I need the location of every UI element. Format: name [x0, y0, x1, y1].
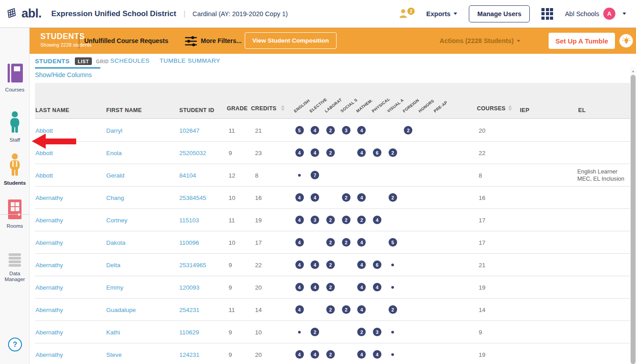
subject-badge: 4 [357, 193, 366, 202]
last-name-link[interactable]: Abernathy [35, 351, 63, 358]
student-id-link[interactable]: 102647 [179, 127, 199, 134]
first-name-link[interactable]: Dakota [106, 239, 125, 246]
column-header-last-name: LAST NAME [35, 107, 69, 113]
active-users-indicator[interactable]: 2 [399, 9, 415, 19]
subject-badge: 2 [389, 193, 397, 202]
grid-view-toggle[interactable]: GRID [96, 59, 108, 64]
help-button[interactable]: ? [8, 338, 22, 351]
avatar: A [603, 8, 615, 20]
subject-column-header[interactable]: HONORS [417, 99, 435, 113]
credits-cell: 14 [255, 306, 262, 313]
subject-column-header[interactable]: ENGLISH [293, 98, 311, 113]
grade-cell: 12 [229, 172, 235, 178]
set-up-a-tumble-button[interactable]: Set Up A Tumble [549, 33, 615, 49]
first-name-link[interactable]: Enola [106, 149, 122, 156]
table-row: AbbottGerald8410412878English LearnerMEC… [35, 164, 630, 186]
tab-students[interactable]: STUDENTS LIST GRID [35, 57, 109, 65]
first-name-link[interactable]: Chang [106, 194, 124, 201]
sidebar-item-data-manager[interactable]: Data Manager [0, 253, 30, 282]
credits-cell: 23 [255, 149, 262, 156]
actions-dropdown[interactable]: Actions (2228 Students) [440, 37, 520, 44]
last-name-link[interactable]: Abernathy [35, 261, 63, 268]
student-id-link[interactable]: 254231 [179, 306, 199, 313]
sidebar-item-students[interactable]: Students [0, 153, 30, 186]
chevron-down-icon [454, 13, 457, 15]
student-id-link[interactable]: 25205032 [179, 149, 206, 156]
last-name-link[interactable]: Abernathy [35, 329, 63, 335]
last-name-link[interactable]: Abbott [35, 172, 53, 178]
credits-sort-arrows[interactable] [281, 105, 285, 111]
first-name-link[interactable]: Cortney [106, 217, 127, 223]
student-id-link[interactable]: 115103 [179, 217, 199, 223]
chevron-down-icon [517, 40, 520, 42]
subject-badge: 4 [295, 350, 304, 359]
subject-badge: 4 [373, 350, 381, 359]
first-name-link[interactable]: Darryl [106, 127, 122, 134]
grade-cell: 9 [229, 149, 232, 156]
last-name-link[interactable]: Abernathy [35, 239, 63, 246]
manage-users-button[interactable]: Manage Users [469, 5, 530, 22]
subject-column-header[interactable]: SOCIAL S [340, 98, 358, 113]
first-name-link[interactable]: Gerald [106, 172, 125, 178]
scroll-up-arrow-icon[interactable]: ▲ [630, 67, 636, 75]
column-header-iep: IEP [520, 107, 529, 113]
first-name-link[interactable]: Kathi [106, 329, 120, 335]
lightbulb-icon[interactable] [619, 34, 633, 48]
more-filters-button[interactable]: More Filters... [201, 37, 242, 44]
account-menu[interactable]: Abl Schools A [565, 8, 626, 20]
active-tab-underline [35, 67, 100, 69]
abl-logo[interactable]: abl. [6, 6, 42, 22]
grade-cell: 10 [229, 239, 235, 246]
sidebar-item-courses[interactable]: Courses [0, 63, 30, 93]
show-hide-columns-link[interactable]: Show/Hide Columns [35, 71, 92, 78]
credits-cell: 8 [255, 172, 259, 178]
exports-dropdown[interactable]: Exports [426, 10, 457, 17]
subject-column-header[interactable]: FOREIGN [402, 98, 420, 113]
first-name-link[interactable]: Delta [106, 261, 121, 268]
last-name-link[interactable]: Abbott [35, 127, 53, 134]
student-id-link[interactable]: 25384545 [179, 194, 206, 201]
subject-badge: 4 [295, 238, 304, 247]
courses-cell: 17 [479, 217, 485, 223]
last-name-link[interactable]: Abbott [35, 149, 53, 156]
list-view-toggle[interactable]: LIST [75, 57, 92, 65]
apps-grid-icon[interactable] [541, 8, 553, 20]
student-icon [7, 170, 23, 178]
table-row: AbernathyKathi1106299102239 [35, 321, 630, 343]
subject-badge: 4 [311, 193, 319, 202]
student-id-link[interactable]: 25314965 [179, 261, 206, 268]
filter-sliders-icon[interactable] [185, 36, 197, 48]
subject-column-header[interactable]: MATHEM. [355, 98, 373, 113]
courses-cell: 20 [479, 127, 485, 134]
subject-dot [298, 331, 301, 334]
subject-column-header[interactable]: PRE-AP [433, 100, 448, 113]
student-id-link[interactable]: 110096 [179, 239, 199, 246]
student-id-link[interactable]: 110629 [179, 329, 199, 335]
credits-cell: 16 [255, 194, 262, 201]
vertical-scrollbar[interactable]: ▲ [630, 67, 636, 364]
last-name-link[interactable]: Abernathy [35, 194, 63, 201]
subject-badge: 7 [311, 171, 319, 179]
scrollbar-thumb[interactable] [631, 75, 636, 364]
view-student-composition-button[interactable]: View Student Composition [245, 32, 337, 49]
courses-cell: 17 [479, 239, 485, 246]
student-id-link[interactable]: 124231 [179, 351, 199, 358]
student-id-link[interactable]: 120093 [179, 284, 199, 290]
unfulfilled-course-requests-button[interactable]: Unfulfilled Course Requests [84, 37, 168, 44]
first-name-link[interactable]: Steve [106, 351, 122, 358]
last-name-link[interactable]: Abernathy [35, 306, 63, 313]
courses-sort-arrows[interactable] [508, 105, 512, 111]
grade-cell: 9 [229, 261, 232, 268]
students-table-body: AbbottDarryl102647112154234220AbbottEnol… [35, 119, 630, 364]
subject-badge: 2 [326, 238, 335, 247]
sidebar-label: Data Manager [0, 271, 30, 282]
last-name-link[interactable]: Abernathy [35, 284, 63, 290]
first-name-link[interactable]: Guadalupe [106, 306, 136, 313]
student-id-link[interactable]: 84104 [179, 172, 196, 178]
last-name-link[interactable]: Abernathy [35, 217, 63, 223]
tab-tumble-summary[interactable]: TUMBLE SUMMARY [160, 57, 221, 64]
tab-schedules[interactable]: SCHEDULES [110, 57, 150, 64]
first-name-link[interactable]: Emmy [106, 284, 123, 290]
sidebar-item-staff[interactable]: Staff [0, 111, 30, 143]
el-line: MEC, EL Inclusion [577, 175, 624, 182]
